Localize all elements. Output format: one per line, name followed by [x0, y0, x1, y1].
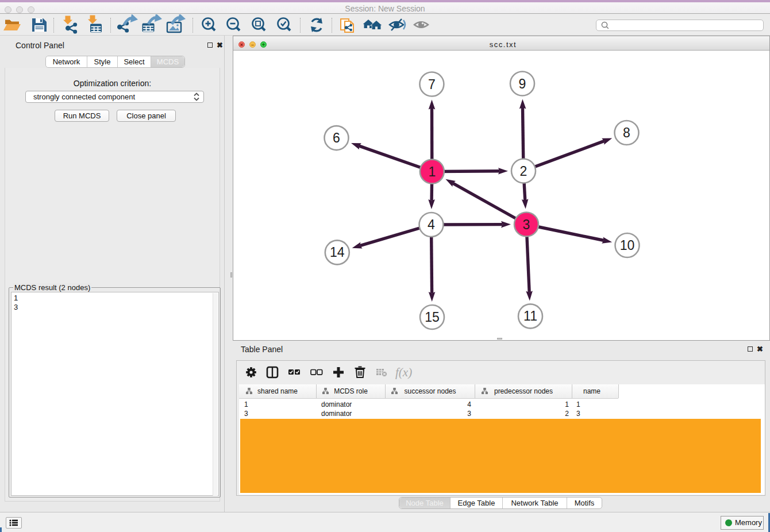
svg-text:2: 2: [520, 164, 528, 179]
svg-text:8: 8: [623, 125, 630, 140]
svg-text:7: 7: [428, 77, 436, 92]
svg-text:10: 10: [620, 238, 635, 253]
svg-text:3: 3: [523, 217, 530, 232]
svg-text:11: 11: [523, 309, 537, 323]
svg-text:f(x): f(x): [395, 365, 412, 379]
svg-text:9: 9: [519, 76, 526, 91]
svg-text:14: 14: [330, 245, 345, 260]
svg-text:1: 1: [428, 164, 436, 179]
svg-text:6: 6: [333, 130, 340, 145]
svg-text:4: 4: [428, 217, 435, 232]
svg-text:15: 15: [425, 310, 440, 325]
